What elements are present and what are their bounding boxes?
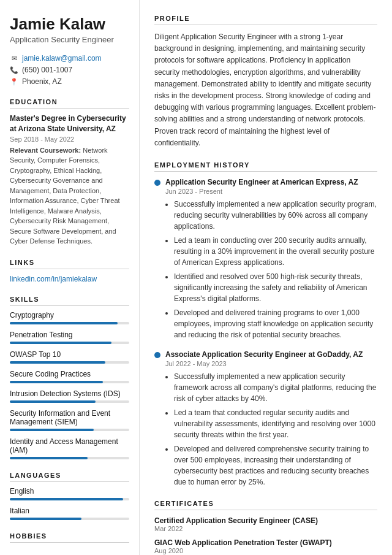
language-item: English xyxy=(10,487,129,500)
cert-name: GIAC Web Application Penetration Tester … xyxy=(154,538,377,547)
skill-bar-bg xyxy=(10,429,129,431)
cert-entry: Certified Application Security Engineer … xyxy=(154,516,377,532)
hobbies-section-title: HOBBIES xyxy=(10,532,129,543)
candidate-name: Jamie Kalaw xyxy=(10,15,129,34)
phone-number: (650) 001-1007 xyxy=(22,66,72,74)
skill-item: Secure Coding Practices xyxy=(10,370,129,383)
job-entry: Associate Application Security Engineer … xyxy=(154,350,377,488)
jobs-list: Application Security Engineer at America… xyxy=(154,178,377,488)
cert-name: Certified Application Security Engineer … xyxy=(154,516,377,525)
job-bullet: Led a team that conducted regular securi… xyxy=(174,407,377,440)
skills-section-title: SKILLS xyxy=(10,296,129,306)
skill-bar-bg xyxy=(10,457,129,459)
location-icon: 📍 xyxy=(10,77,18,86)
certs-list: Certified Application Security Engineer … xyxy=(154,516,377,554)
linkedin-link-container: linkedin.com/in/jamiekalaw xyxy=(10,274,129,283)
job-bullets: Successfully implemented a new applicati… xyxy=(165,371,377,488)
job-dates: Jun 2023 - Present xyxy=(165,188,377,195)
job-dates: Jul 2022 - May 2023 xyxy=(165,360,377,367)
edu-degree: Master's Degree in Cybersecurity at Ariz… xyxy=(10,113,129,134)
cert-date: Aug 2020 xyxy=(154,547,377,554)
job-dot xyxy=(154,180,160,186)
skill-name: Secure Coding Practices xyxy=(10,370,129,378)
edu-dates: Sep 2018 - May 2022 xyxy=(10,136,129,143)
languages-list: English Italian xyxy=(10,487,129,520)
languages-section-title: LANGUAGES xyxy=(10,472,129,482)
skill-bar-fill xyxy=(10,322,118,324)
job-dot xyxy=(154,352,160,358)
skill-bar-bg xyxy=(10,381,129,383)
location-contact: 📍 Phoenix, AZ xyxy=(10,77,129,86)
coursework-label: Relevant Coursework: xyxy=(10,147,83,154)
cert-date: Mar 2022 xyxy=(154,525,377,532)
skill-name: Cryptography xyxy=(10,311,129,320)
job-bullet: Successfully implemented a new applicati… xyxy=(174,371,377,404)
location-text: Phoenix, AZ xyxy=(22,77,62,86)
job-bullet: Successfully implemented a new applicati… xyxy=(174,199,377,232)
skill-item: OWASP Top 10 xyxy=(10,350,129,364)
skill-item: Security Information and Event Managemen… xyxy=(10,409,129,431)
skill-item: Penetration Testing xyxy=(10,331,129,344)
profile-section-title: PROFILE xyxy=(154,15,377,25)
job-bullet: Developed and delivered comprehensive se… xyxy=(174,443,377,488)
job-bullet: Led a team in conducting over 200 securi… xyxy=(174,235,377,268)
coursework-text: Network Security, Computer Forensics, Cr… xyxy=(10,147,120,245)
email-contact: ✉ jamie.kalaw@gmail.com xyxy=(10,54,129,63)
language-name: Italian xyxy=(10,507,129,515)
skill-bar-fill xyxy=(10,457,88,459)
job-header: Associate Application Security Engineer … xyxy=(154,350,377,359)
language-item: Italian xyxy=(10,507,129,520)
job-bullets: Successfully implemented a new applicati… xyxy=(165,199,377,340)
candidate-job-title: Application Security Engineer xyxy=(10,35,129,44)
edu-coursework: Relevant Coursework: Network Security, C… xyxy=(10,145,129,247)
linkedin-link[interactable]: linkedin.com/in/jamiekalaw xyxy=(10,275,97,283)
skill-bar-fill xyxy=(10,429,94,431)
language-bar-bg xyxy=(10,498,129,500)
skill-name: OWASP Top 10 xyxy=(10,350,129,359)
skill-bar-bg xyxy=(10,361,129,364)
job-entry: Application Security Engineer at America… xyxy=(154,178,377,340)
skill-item: Cryptography xyxy=(10,311,129,324)
job-title-text: Associate Application Security Engineer … xyxy=(165,350,363,359)
cert-entry: GIAC Web Application Penetration Tester … xyxy=(154,538,377,554)
links-section-title: LINKS xyxy=(10,259,129,269)
main-content: PROFILE Diligent Application Security En… xyxy=(140,0,392,555)
skills-list: Cryptography Penetration Testing OWASP T… xyxy=(10,311,129,459)
profile-text: Diligent Application Security Engineer w… xyxy=(154,31,377,149)
skill-item: Identity and Access Management (IAM) xyxy=(10,437,129,459)
sidebar: Jamie Kalaw Application Security Enginee… xyxy=(0,0,140,555)
skill-name: Security Information and Event Managemen… xyxy=(10,409,129,426)
email-link[interactable]: jamie.kalaw@gmail.com xyxy=(22,54,102,63)
email-icon: ✉ xyxy=(10,54,18,63)
skill-name: Penetration Testing xyxy=(10,331,129,339)
education-section-title: EDUCATION xyxy=(10,98,129,109)
skill-name: Identity and Access Management (IAM) xyxy=(10,437,129,454)
skill-item: Intrusion Detection Systems (IDS) xyxy=(10,389,129,403)
resume-container: Jamie Kalaw Application Security Enginee… xyxy=(0,0,392,555)
language-bar-fill xyxy=(10,518,81,520)
employment-section-title: EMPLOYMENT HISTORY xyxy=(154,161,377,172)
job-bullet: Developed and delivered training program… xyxy=(174,307,377,340)
skill-bar-fill xyxy=(10,381,103,383)
phone-contact: 📞 (650) 001-1007 xyxy=(10,66,129,74)
skill-bar-bg xyxy=(10,342,129,344)
job-header: Application Security Engineer at America… xyxy=(154,178,377,186)
skill-bar-fill xyxy=(10,342,111,344)
language-name: English xyxy=(10,487,129,496)
skill-bar-bg xyxy=(10,400,129,403)
phone-icon: 📞 xyxy=(10,66,18,74)
skill-name: Intrusion Detection Systems (IDS) xyxy=(10,389,129,398)
job-title-text: Application Security Engineer at America… xyxy=(165,178,358,186)
skill-bar-bg xyxy=(10,322,129,324)
job-bullet: Identified and resolved over 500 high-ri… xyxy=(174,271,377,304)
language-bar-fill xyxy=(10,498,123,500)
language-bar-bg xyxy=(10,518,129,520)
skill-bar-fill xyxy=(10,361,105,364)
certificates-section-title: CERTIFICATES xyxy=(154,500,377,510)
skill-bar-fill xyxy=(10,400,96,403)
